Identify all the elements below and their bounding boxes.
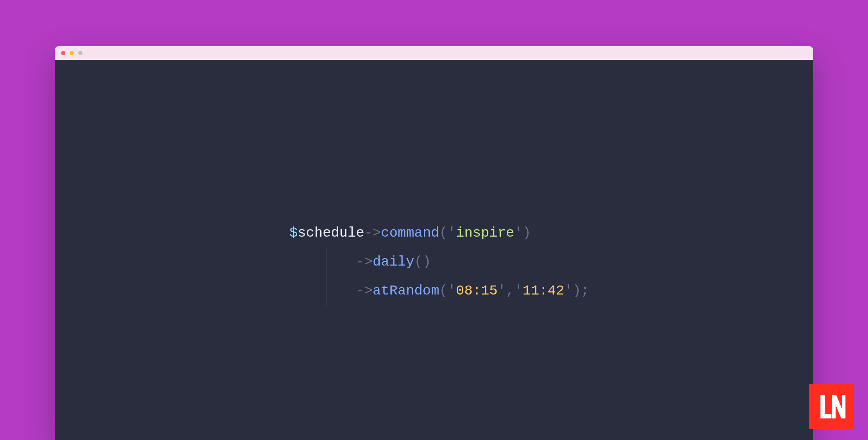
code-token-method: command bbox=[381, 225, 439, 241]
code-token-arrow: -> bbox=[356, 254, 373, 270]
code-token-paren: ) bbox=[523, 225, 531, 241]
code-token-paren: ( bbox=[439, 225, 447, 241]
stage: $schedule->command('inspire') ->daily() … bbox=[0, 0, 868, 440]
maximize-icon[interactable] bbox=[78, 51, 82, 55]
close-icon[interactable] bbox=[61, 51, 65, 55]
code-token-sigil: $ bbox=[289, 225, 298, 241]
code-token-method: atRandom bbox=[373, 283, 439, 299]
code-token-semicolon: ; bbox=[581, 283, 589, 299]
code-token-paren: ) bbox=[572, 283, 581, 299]
code-editor: $schedule->command('inspire') ->daily() … bbox=[55, 60, 813, 440]
code-token-quote: ' bbox=[514, 283, 522, 299]
code-token-quote: ' bbox=[498, 283, 506, 299]
code-token-arrow: -> bbox=[356, 283, 373, 299]
ln-logo-icon bbox=[817, 392, 847, 422]
minimize-icon[interactable] bbox=[70, 51, 74, 55]
code-token-quote: ' bbox=[514, 225, 522, 241]
code-token-method: daily bbox=[373, 254, 414, 270]
code-token-quote: ' bbox=[448, 225, 456, 241]
code-token-string: inspire bbox=[456, 225, 514, 241]
window-titlebar bbox=[55, 46, 813, 60]
code-token-paren: ( bbox=[414, 254, 423, 270]
code-token-string: 11:42 bbox=[523, 283, 565, 299]
code-token-paren: ( bbox=[439, 283, 447, 299]
code-token-quote: ' bbox=[564, 283, 572, 299]
code-token-quote: ' bbox=[448, 283, 456, 299]
code-token-paren: ) bbox=[423, 254, 431, 270]
editor-window: $schedule->command('inspire') ->daily() … bbox=[55, 46, 813, 440]
code-block: $schedule->command('inspire') ->daily() … bbox=[289, 219, 589, 305]
code-token-variable: schedule bbox=[298, 225, 364, 241]
laravel-news-logo bbox=[809, 384, 854, 429]
code-token-indent bbox=[289, 254, 356, 270]
code-token-string: 08:15 bbox=[456, 283, 498, 299]
code-token-comma: , bbox=[506, 283, 514, 299]
code-token-arrow: -> bbox=[364, 225, 381, 241]
code-token-indent bbox=[289, 283, 356, 299]
